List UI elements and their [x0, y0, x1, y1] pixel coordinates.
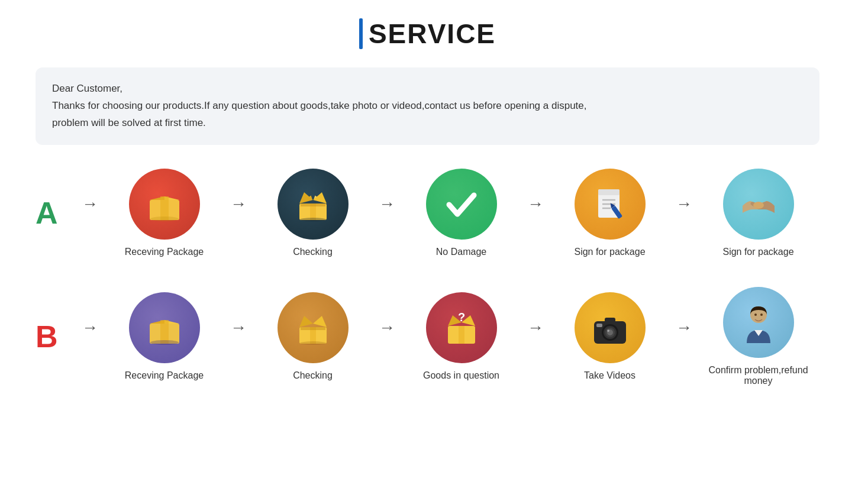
row-b-label: B: [36, 319, 77, 354]
step-b1: Receving Package: [103, 292, 225, 381]
step-b2-icon: [278, 292, 349, 363]
svg-point-25: [150, 340, 179, 345]
flow-section: A → Receving Package →: [36, 169, 819, 386]
svg-point-44: [607, 329, 609, 332]
arrow-a2: →: [379, 195, 395, 231]
notice-line1: Dear Customer,: [52, 80, 803, 98]
svg-marker-27: [299, 316, 313, 327]
step-b4-label: Take Videos: [584, 370, 635, 381]
step-a4: Sign for package: [549, 169, 671, 257]
step-a1-icon: [129, 169, 200, 240]
step-a1-label: Receving Package: [125, 247, 204, 257]
svg-rect-43: [596, 324, 602, 327]
title-accent-bar: [359, 18, 363, 49]
step-a4-icon: [575, 169, 646, 240]
step-a4-label: Sign for package: [574, 247, 645, 257]
notice-line3: problem will be solved at first time.: [52, 115, 803, 132]
step-b1-icon: [129, 292, 200, 363]
step-a3-icon: [426, 169, 497, 240]
page-title: SERVICE: [369, 18, 496, 50]
step-b2-label: Checking: [293, 370, 333, 381]
step-b5-label: Confirm problem,refund money: [697, 365, 819, 386]
arrow-b0: →: [82, 318, 98, 355]
step-b3: ? Goods in question: [400, 292, 522, 381]
step-b3-icon: ?: [426, 292, 497, 363]
step-a2-label: Checking: [293, 247, 333, 257]
arrow-a0: →: [82, 195, 98, 231]
flow-row-a: A → Receving Package →: [36, 169, 819, 257]
arrow-b4: →: [676, 318, 692, 355]
step-b1-label: Receving Package: [125, 370, 204, 381]
svg-rect-30: [301, 327, 325, 330]
step-a5-label: Sign for package: [722, 247, 793, 257]
arrow-a1: →: [230, 195, 247, 231]
arrow-b3: →: [527, 318, 544, 355]
svg-rect-11: [301, 203, 325, 206]
svg-point-46: [754, 314, 757, 316]
notice-line2: Thanks for choosing our products.If any …: [52, 98, 803, 115]
step-b3-label: Goods in question: [423, 370, 499, 381]
step-a3: No Damage: [400, 169, 522, 257]
svg-rect-42: [605, 318, 615, 322]
svg-point-12: [300, 218, 326, 221]
svg-rect-36: [459, 326, 464, 344]
page-header: SERVICE: [359, 18, 496, 50]
svg-rect-14: [598, 189, 620, 195]
arrow-b2: →: [379, 318, 395, 355]
step-b4-icon: [575, 292, 646, 363]
svg-text:?: ?: [457, 311, 464, 324]
step-a2-icon: [278, 169, 349, 240]
svg-point-20: [753, 202, 764, 209]
arrow-b1: →: [230, 318, 247, 355]
arrow-a3: →: [527, 195, 544, 231]
step-a2: Checking: [251, 169, 374, 257]
step-b4: Take Videos: [549, 292, 671, 381]
svg-marker-28: [313, 316, 327, 327]
svg-point-47: [760, 314, 763, 316]
step-a5-icon: [723, 169, 794, 240]
notice-box: Dear Customer, Thanks for choosing our p…: [36, 67, 819, 145]
svg-point-4: [150, 217, 179, 221]
svg-point-31: [300, 341, 326, 345]
step-b2: Checking: [251, 292, 374, 381]
step-a1: Receving Package: [103, 169, 225, 257]
step-a3-label: No Damage: [436, 247, 486, 257]
flow-row-b: B → Receving Package →: [36, 287, 819, 386]
row-a-label: A: [36, 195, 77, 231]
step-a5: Sign for package: [697, 169, 819, 257]
step-b5: Confirm problem,refund money: [697, 287, 819, 386]
arrow-a4: →: [676, 195, 692, 231]
step-b5-icon: [723, 287, 794, 358]
